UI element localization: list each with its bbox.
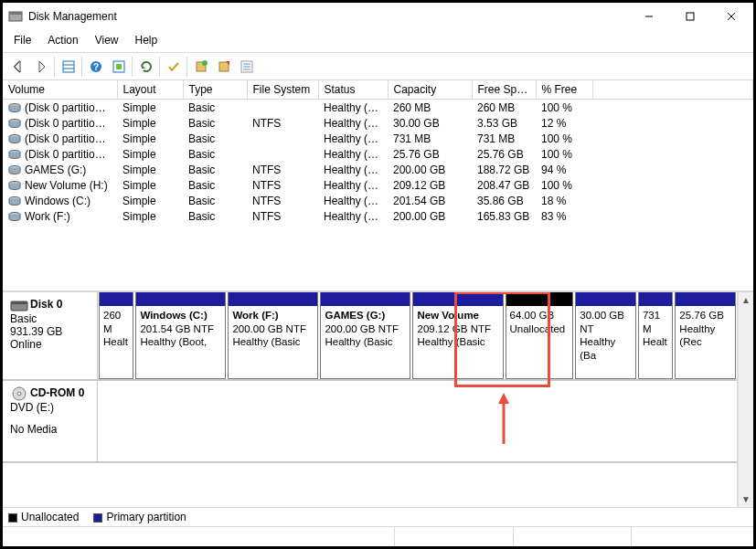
column-header[interactable]: File System (247, 80, 318, 100)
disk-row[interactable]: CD-ROM 0DVD (E:)No Media (3, 381, 737, 463)
help-button[interactable]: ? (86, 57, 106, 77)
segment-header (639, 292, 672, 306)
column-header[interactable]: Free Spa... (472, 80, 536, 100)
table-row[interactable]: New Volume (H:)SimpleBasicNTFSHealthy (B… (3, 177, 753, 193)
column-header[interactable]: % Free (536, 80, 592, 100)
partition-segment[interactable]: Work (F:)200.00 GB NTFHealthy (Basic (228, 292, 318, 379)
segment-header (229, 292, 317, 306)
table-row[interactable]: (Disk 0 partition 1)SimpleBasicHealthy (… (3, 100, 753, 116)
segment-header (100, 292, 133, 306)
volume-icon (8, 165, 21, 174)
titlebar: Disk Management (3, 3, 753, 30)
settings-button[interactable] (109, 57, 129, 77)
svg-rect-6 (63, 61, 74, 72)
volumes-table: VolumeLayoutTypeFile SystemStatusCapacit… (3, 80, 753, 224)
table-row[interactable]: GAMES (G:)SimpleBasicNTFSHealthy (B...20… (3, 162, 753, 177)
column-header[interactable]: Status (318, 80, 388, 100)
partition-segment[interactable]: GAMES (G:)200.00 GB NTFHealthy (Basic (320, 292, 410, 379)
menu-view[interactable]: View (93, 32, 121, 48)
menu-help[interactable]: Help (133, 32, 160, 48)
scroll-down-button[interactable]: ▼ (739, 491, 753, 507)
scroll-up-button[interactable]: ▲ (739, 292, 753, 308)
disk-info[interactable]: CD-ROM 0DVD (E:)No Media (3, 381, 98, 461)
table-row[interactable]: Work (F:)SimpleBasicNTFSHealthy (B...200… (3, 208, 753, 224)
disk-management-window: Disk Management File Action View Help ? (0, 0, 756, 549)
forward-button[interactable] (31, 57, 51, 77)
volume-icon (8, 181, 21, 190)
segment-header (506, 292, 573, 306)
delete-button[interactable] (214, 57, 234, 77)
properties-button[interactable] (237, 57, 257, 77)
app-icon (8, 9, 23, 24)
svg-point-31 (17, 392, 21, 396)
new-button[interactable] (191, 57, 211, 77)
close-button[interactable] (710, 4, 751, 29)
partition-segment[interactable]: 30.00 GB NTHealthy (Ba (575, 292, 636, 379)
hdd-icon (10, 298, 28, 312)
svg-rect-1 (9, 12, 22, 15)
menu-file[interactable]: File (12, 32, 33, 48)
svg-rect-15 (219, 62, 229, 71)
unallocated-segment[interactable]: 64.00 GBUnallocated (506, 292, 574, 379)
column-header[interactable]: Type (183, 80, 247, 100)
segment-header (321, 292, 410, 306)
partition-segment[interactable]: New Volume209.12 GB NTFHealthy (Basic (412, 292, 503, 379)
cd-icon (10, 386, 28, 401)
volume-icon (8, 196, 21, 206)
partition-segment[interactable]: 25.76 GBHealthy (Rec (675, 292, 736, 379)
window-title: Disk Management (28, 10, 117, 23)
column-header[interactable]: Layout (117, 80, 183, 100)
column-header[interactable]: Volume (3, 80, 117, 100)
volume-list-pane[interactable]: VolumeLayoutTypeFile SystemStatusCapacit… (3, 80, 753, 292)
partition-segment[interactable]: 731 MHealt (638, 292, 673, 379)
partition-segment[interactable]: Windows (C:)201.54 GB NTFHealthy (Boot, (135, 292, 226, 379)
segment-header (136, 292, 225, 306)
legend-item: Primary partition (93, 511, 186, 523)
volume-icon (8, 103, 21, 112)
volume-icon (8, 150, 21, 159)
minimize-button[interactable] (628, 4, 669, 29)
volume-icon (8, 212, 21, 221)
table-header-row[interactable]: VolumeLayoutTypeFile SystemStatusCapacit… (3, 80, 753, 100)
menubar: File Action View Help (3, 30, 753, 53)
legend-item: Unallocated (8, 511, 79, 523)
vertical-scrollbar[interactable]: ▲ ▼ (738, 292, 753, 507)
partition-segment[interactable]: 260 MHealt (99, 292, 133, 379)
column-header-spacer[interactable] (592, 80, 753, 100)
svg-rect-3 (687, 13, 694, 20)
table-row[interactable]: Windows (C:)SimpleBasicNTFSHealthy (B...… (3, 193, 753, 208)
svg-point-14 (202, 60, 208, 66)
toolbar: ? (3, 53, 753, 80)
back-button[interactable] (8, 57, 28, 77)
table-row[interactable]: (Disk 0 partition 8)SimpleBasicHealthy (… (3, 131, 753, 146)
apply-button[interactable] (164, 57, 184, 77)
statusbar (3, 526, 753, 546)
segment-header (576, 292, 635, 306)
maximize-button[interactable] (669, 4, 710, 29)
column-header[interactable]: Capacity (388, 80, 472, 100)
show-hide-tree-button[interactable] (59, 57, 79, 77)
table-row[interactable]: (Disk 0 partition 7)SimpleBasicNTFSHealt… (3, 115, 753, 131)
segment-header (413, 292, 502, 306)
svg-rect-29 (11, 301, 27, 304)
volume-icon (8, 134, 21, 143)
svg-text:?: ? (93, 62, 99, 72)
svg-rect-12 (116, 64, 122, 69)
refresh-button[interactable] (136, 57, 156, 77)
disk-info[interactable]: Disk 0Basic931.39 GBOnline (3, 292, 98, 379)
disk-graphical-pane[interactable]: Disk 0Basic931.39 GBOnline260 MHealtWind… (3, 292, 738, 507)
disk-row[interactable]: Disk 0Basic931.39 GBOnline260 MHealtWind… (3, 292, 737, 381)
menu-action[interactable]: Action (46, 32, 80, 48)
volume-icon (8, 119, 21, 128)
legend: UnallocatedPrimary partition (3, 507, 753, 526)
table-row[interactable]: (Disk 0 partition 9)SimpleBasicHealthy (… (3, 146, 753, 162)
segment-header (676, 292, 735, 306)
